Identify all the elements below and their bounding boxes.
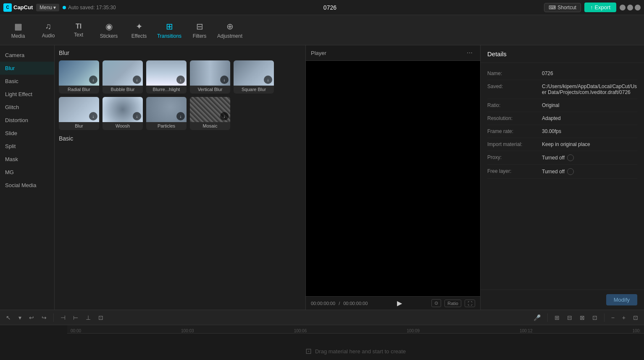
player-screen bbox=[306, 61, 480, 296]
track-insert-button[interactable]: ⊞ bbox=[552, 313, 562, 322]
detail-label-freelayer: Free layer: bbox=[487, 168, 542, 175]
card-bubble-blur-thumb: ↓ bbox=[103, 60, 143, 86]
menu-button[interactable]: Menu ▾ bbox=[36, 4, 59, 11]
tool-effects[interactable]: ✦ Effects bbox=[124, 17, 154, 44]
modify-button[interactable]: Modify bbox=[606, 294, 637, 305]
delete-button[interactable]: ⊡ bbox=[96, 313, 106, 322]
sidebar-item-slide[interactable]: Slide bbox=[0, 127, 54, 140]
cursor-tool-button[interactable]: ↖ bbox=[3, 313, 13, 322]
card-square-blur[interactable]: ↓ Square Blur bbox=[234, 60, 274, 94]
detail-value-freelayer: Turned off bbox=[542, 168, 637, 175]
proxy-toggle-icon[interactable] bbox=[567, 154, 574, 161]
player-ratio-button[interactable]: Ratio bbox=[444, 300, 461, 307]
download-blur-icon[interactable]: ↓ bbox=[89, 112, 97, 120]
cut-button[interactable]: ⊥ bbox=[83, 313, 93, 322]
download-bubble-blur-icon[interactable]: ↓ bbox=[133, 76, 141, 84]
card-bubble-blur[interactable]: ↓ Bubble Blur bbox=[103, 60, 143, 94]
card-blur[interactable]: ↓ Blur bbox=[59, 97, 99, 130]
cursor-dropdown-button[interactable]: ▾ bbox=[16, 313, 24, 322]
sidebar-item-mg[interactable]: MG bbox=[0, 166, 54, 179]
sidebar-item-distortion[interactable]: Distortion bbox=[0, 114, 54, 127]
tool-adjustment-label: Adjustment bbox=[217, 33, 242, 39]
autosave-text: Auto saved: 17:35:30 bbox=[68, 5, 116, 10]
play-button[interactable]: ▶ bbox=[397, 299, 402, 307]
tool-stickers-label: Stickers bbox=[100, 33, 118, 39]
card-woosh-label: Woosh bbox=[103, 122, 143, 130]
tool-transitions-label: Transitions bbox=[157, 33, 181, 39]
project-title: 0726 bbox=[119, 4, 541, 11]
player-fullscreen-button[interactable]: ⛶ bbox=[465, 300, 475, 307]
zoom-in-button[interactable]: + bbox=[620, 313, 628, 322]
tool-effects-label: Effects bbox=[131, 33, 147, 39]
split-button[interactable]: ⊣ bbox=[58, 313, 68, 322]
download-woosh-icon[interactable]: ↓ bbox=[133, 112, 141, 120]
zoom-out-button[interactable]: − bbox=[609, 313, 617, 322]
download-vertical-blur-icon[interactable]: ↓ bbox=[220, 76, 229, 84]
zoom-fit-button[interactable]: ⊡ bbox=[631, 313, 641, 322]
sidebar-split-label: Split bbox=[5, 143, 16, 149]
shortcut-button[interactable]: ⌨ Shortcut bbox=[544, 3, 581, 12]
download-blurre-light-icon[interactable]: ↓ bbox=[176, 76, 185, 84]
tool-media[interactable]: ▦ Media bbox=[3, 17, 33, 44]
maximize-button[interactable] bbox=[627, 5, 633, 10]
download-particles-icon[interactable]: ↓ bbox=[176, 112, 185, 120]
sidebar-item-blur[interactable]: Blur bbox=[0, 62, 54, 75]
mic-button[interactable]: 🎤 bbox=[531, 313, 543, 322]
adjustment-icon: ⊕ bbox=[226, 21, 234, 31]
details-footer: Modify bbox=[481, 290, 644, 310]
sidebar-item-basic[interactable]: Basic bbox=[0, 75, 54, 88]
sidebar-item-mask[interactable]: Mask bbox=[0, 153, 54, 166]
sidebar-item-glitch[interactable]: Glitch bbox=[0, 101, 54, 114]
tool-audio[interactable]: ♫ Audio bbox=[34, 17, 63, 44]
card-vertical-blur[interactable]: ↓ Vertical Blur bbox=[190, 60, 230, 94]
track-pip-button[interactable]: ⊠ bbox=[577, 313, 587, 322]
tool-filters[interactable]: ⊟ Filters bbox=[185, 17, 214, 44]
sidebar-light-effect-label: Light Effect bbox=[5, 91, 32, 97]
download-mosaic-icon[interactable]: ↓ bbox=[220, 112, 229, 120]
sidebar-mask-label: Mask bbox=[5, 156, 18, 162]
logo-icon: C bbox=[3, 3, 12, 12]
download-radial-blur-icon[interactable]: ↓ bbox=[89, 76, 97, 84]
close-button[interactable] bbox=[635, 5, 641, 10]
detail-label-name: Name: bbox=[487, 70, 542, 76]
sidebar-item-social-media[interactable]: Social Media bbox=[0, 179, 54, 192]
sidebar-basic-label: Basic bbox=[5, 78, 18, 84]
undo-button[interactable]: ↩ bbox=[26, 313, 37, 322]
detail-label-import: Import material: bbox=[487, 141, 542, 147]
freelayer-toggle-icon[interactable] bbox=[567, 168, 574, 175]
export-button[interactable]: ↑ Export bbox=[584, 3, 616, 12]
player-camera-button[interactable]: ⊙ bbox=[431, 299, 441, 307]
player-panel: Player ⋯ 00:00:00:00 / 00:00:00:00 ▶ ⊙ R… bbox=[305, 45, 480, 310]
track-main-button[interactable]: ⊟ bbox=[565, 313, 575, 322]
sidebar-item-light-effect[interactable]: Light Effect bbox=[0, 88, 54, 101]
card-mosaic[interactable]: ↓ Mosaic bbox=[190, 97, 230, 130]
minimize-button[interactable] bbox=[620, 5, 626, 10]
detail-label-framerate: Frame rate: bbox=[487, 128, 542, 134]
card-woosh[interactable]: ↓ Woosh bbox=[103, 97, 143, 130]
tool-text[interactable]: TI Text bbox=[64, 17, 93, 44]
details-panel: Details Name: 0726 Saved: C:/Users/kipem… bbox=[480, 45, 644, 310]
card-blurre-light[interactable]: ↓ Blurre...hlight bbox=[146, 60, 187, 94]
download-square-blur-icon[interactable]: ↓ bbox=[264, 76, 272, 84]
redo-button[interactable]: ↪ bbox=[39, 313, 49, 322]
detail-value-framerate: 30.00fps bbox=[542, 128, 637, 134]
track-audio-button[interactable]: ⊡ bbox=[590, 313, 600, 322]
card-radial-blur[interactable]: ↓ Radial Blur bbox=[59, 60, 99, 94]
detail-label-resolution: Resolution: bbox=[487, 115, 542, 121]
card-particles[interactable]: ↓ Particles bbox=[146, 97, 187, 130]
sidebar-item-split[interactable]: Split bbox=[0, 140, 54, 153]
sidebar-item-camera[interactable]: Camera bbox=[0, 49, 54, 62]
detail-row-proxy: Proxy: Turned off bbox=[487, 151, 637, 165]
timeline-body: 00:00 100:03 100:06 100:09 100:12 100: ⊡… bbox=[0, 325, 644, 360]
section-basic-title: Basic bbox=[59, 135, 301, 142]
trim-button[interactable]: ⊢ bbox=[71, 313, 81, 322]
window-controls bbox=[620, 5, 641, 10]
tool-transitions[interactable]: ⊞ Transitions bbox=[155, 17, 184, 44]
transitions-grid: ↓ Radial Blur ↓ Bubble Blur ↓ Blurre...h… bbox=[59, 60, 301, 130]
tool-adjustment[interactable]: ⊕ Adjustment bbox=[215, 17, 244, 44]
detail-value-name: 0726 bbox=[542, 70, 637, 76]
player-controls: 00:00:00:00 / 00:00:00:00 ▶ ⊙ Ratio ⛶ bbox=[306, 296, 480, 310]
player-menu-button[interactable]: ⋯ bbox=[464, 49, 475, 57]
tool-stickers[interactable]: ◉ Stickers bbox=[94, 17, 124, 44]
detail-label-saved: Saved: bbox=[487, 83, 542, 95]
